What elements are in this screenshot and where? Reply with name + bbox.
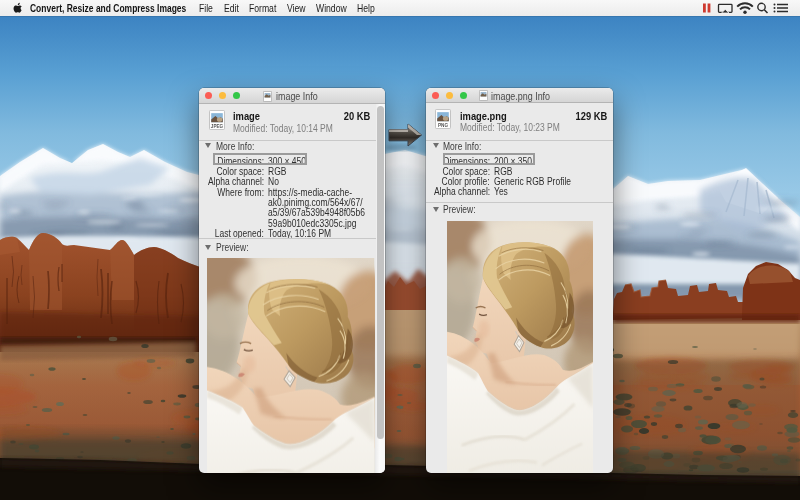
svg-text:PNG: PNG	[438, 122, 448, 127]
svg-text:JPEG: JPEG	[210, 124, 223, 129]
